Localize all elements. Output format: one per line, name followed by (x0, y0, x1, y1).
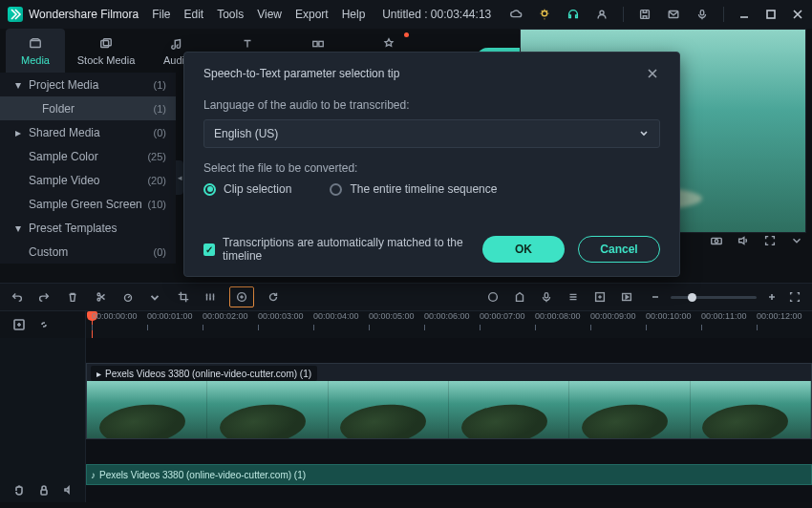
video-clip-icon: ▸ (96, 369, 101, 379)
chevron-down-icon[interactable] (147, 289, 162, 305)
mic-icon[interactable] (694, 7, 710, 22)
video-track-header[interactable] (0, 477, 85, 502)
ruler-tick: 00:00:03:00 (258, 311, 304, 321)
track-add-icon[interactable] (11, 317, 27, 332)
maximize-icon[interactable] (764, 8, 778, 21)
svg-point-1 (600, 11, 604, 14)
transitions-icon (310, 35, 326, 53)
zoom-fit-icon[interactable] (787, 289, 802, 305)
auto-match-checkbox[interactable]: ✓Transcriptions are automatically matche… (203, 236, 482, 263)
minimize-icon[interactable] (737, 8, 751, 21)
media-tree: ▾Project Media(1) Folder(1) ▸Shared Medi… (0, 73, 176, 264)
tree-item-custom[interactable]: Custom(0) (0, 240, 176, 264)
svg-rect-4 (700, 11, 704, 15)
track-headers (0, 338, 86, 502)
adjust-icon[interactable] (203, 289, 218, 305)
hand-icon[interactable] (11, 482, 27, 497)
video-clip[interactable]: ▸Pexels Videos 3380 (online-video-cutter… (86, 363, 812, 439)
redo-icon[interactable] (36, 289, 52, 305)
mix-icon[interactable] (485, 289, 501, 305)
language-label: Language of the audio to be transcribed: (203, 98, 660, 112)
language-select[interactable]: English (US) (203, 119, 660, 148)
app-logo: Wondershare Filmora (8, 7, 139, 22)
add-track-icon[interactable] (592, 289, 608, 305)
marker-icon[interactable] (512, 289, 527, 305)
document-title: Untitled : 00:03:44:13 (378, 8, 495, 21)
svg-rect-18 (545, 293, 548, 298)
menu-tools[interactable]: Tools (217, 8, 244, 21)
svg-rect-2 (641, 11, 650, 19)
notification-dot-icon (404, 32, 409, 37)
zoom-in-icon[interactable] (764, 289, 780, 305)
radio-off-icon (330, 183, 342, 196)
audio-clip-icon: ♪ (91, 470, 96, 480)
user-icon[interactable] (594, 7, 609, 22)
crop-icon[interactable] (176, 289, 191, 305)
tree-item-sample-green-screen[interactable]: Sample Green Screen(10) (0, 192, 176, 216)
tree-item-sample-color[interactable]: Sample Color(25) (0, 144, 176, 168)
bulb-icon[interactable] (537, 7, 552, 22)
svg-point-17 (489, 293, 498, 302)
zoom-out-icon[interactable] (648, 289, 663, 305)
timeline: ▸Pexels Videos 3380 (online-video-cutter… (0, 338, 812, 502)
radio-entire-timeline[interactable]: The entire timeline sequence (330, 182, 497, 196)
timeline-zoom (648, 289, 802, 305)
menu-export[interactable]: Export (295, 8, 329, 21)
menu-help[interactable]: Help (342, 8, 366, 21)
ruler-tick: 00:00:10:00 (646, 311, 692, 321)
divider (623, 7, 624, 22)
timeline-ruler[interactable]: 00:00:00:0000:00:01:0000:00:02:0000:00:0… (0, 311, 812, 338)
caret-down-icon: ▾ (15, 78, 23, 92)
ruler-tick: 00:00:08:00 (535, 311, 581, 321)
tab-media[interactable]: Media (6, 29, 65, 73)
tree-item-shared-media[interactable]: ▸Shared Media(0) (0, 120, 176, 144)
expand-icon[interactable] (762, 233, 778, 248)
camera-icon[interactable] (709, 233, 724, 248)
ruler-tick: 00:00:09:00 (590, 311, 636, 321)
menu-view[interactable]: View (257, 8, 282, 21)
delete-icon[interactable] (65, 289, 80, 305)
ruler-tick: 00:00:11:00 (701, 311, 747, 321)
zoom-thumb[interactable] (688, 293, 696, 302)
speech-to-text-button[interactable] (229, 286, 254, 307)
volume-icon[interactable] (736, 233, 751, 248)
cancel-button[interactable]: Cancel (578, 236, 660, 263)
chevron-down-icon[interactable] (789, 233, 804, 248)
tree-item-preset-templates[interactable]: ▾Preset Templates (0, 216, 176, 240)
save-icon[interactable] (637, 7, 652, 22)
mute-icon[interactable] (61, 482, 76, 497)
dialog-title: Speech-to-Text parameter selection tip (203, 67, 399, 80)
menu-file[interactable]: File (152, 8, 170, 21)
filmora-logo-icon (8, 7, 23, 22)
split-icon[interactable] (94, 289, 109, 305)
radio-clip-selection[interactable]: Clip selection (203, 182, 291, 196)
list-icon[interactable] (566, 289, 581, 305)
tree-item-project-media[interactable]: ▾Project Media(1) (0, 73, 176, 96)
ruler-tick: 00:00:06:00 (424, 311, 470, 321)
mail-icon[interactable] (666, 7, 681, 22)
headphones-icon[interactable] (566, 7, 581, 22)
audio-clip[interactable]: ♪Pexels Videos 3380 (online-video-cutter… (86, 464, 812, 485)
voiceover-icon[interactable] (539, 289, 554, 305)
speech-to-text-dialog: Speech-to-Text parameter selection tip L… (183, 52, 680, 277)
cloud-icon[interactable] (508, 7, 524, 22)
close-icon[interactable] (791, 8, 804, 21)
lock-icon[interactable] (36, 482, 52, 497)
tree-item-sample-video[interactable]: Sample Video(20) (0, 168, 176, 192)
link-icon[interactable] (36, 317, 52, 332)
checkbox-checked-icon: ✓ (203, 243, 215, 256)
zoom-slider[interactable] (671, 296, 757, 299)
panel-collapse-handle[interactable]: ◂ (176, 160, 183, 195)
app-name: Wondershare Filmora (29, 8, 139, 21)
clip-title: ▸Pexels Videos 3380 (online-video-cutter… (91, 366, 317, 381)
speed-icon[interactable] (120, 289, 136, 305)
dialog-close-icon[interactable] (645, 66, 660, 81)
timeline-tracks[interactable]: ▸Pexels Videos 3380 (online-video-cutter… (86, 338, 812, 502)
tab-stock-media[interactable]: Stock Media (76, 29, 136, 73)
tree-item-folder[interactable]: Folder(1) (0, 96, 176, 120)
undo-icon[interactable] (10, 289, 25, 305)
render-icon[interactable] (619, 289, 634, 305)
refresh-icon[interactable] (266, 289, 281, 305)
ok-button[interactable]: OK (482, 236, 565, 263)
menu-edit[interactable]: Edit (184, 8, 204, 21)
